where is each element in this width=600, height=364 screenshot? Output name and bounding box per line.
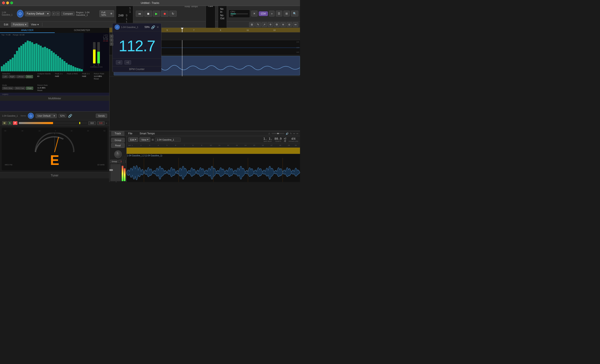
group-button[interactable]: Group bbox=[111, 138, 125, 143]
mode-rms-fast[interactable]: RMS Fast bbox=[14, 87, 25, 90]
bpm-value: 112.7 bbox=[112, 31, 161, 58]
tuner-preset-dropdown[interactable]: User Default ▾ bbox=[36, 114, 57, 118]
warning-icon: ⚠ bbox=[268, 132, 270, 135]
level-group: Peak & RMS bbox=[67, 73, 78, 80]
bpm-power-button[interactable]: ⏻ bbox=[115, 28, 120, 30]
settings-button[interactable]: ✕ bbox=[251, 11, 257, 17]
det-left[interactable]: Left bbox=[2, 75, 8, 78]
compare-button[interactable]: Compare bbox=[61, 11, 75, 16]
bottom-edit-btn[interactable]: Edit ▾ bbox=[128, 137, 138, 142]
tuner-pct[interactable]: 52% bbox=[59, 114, 66, 118]
br-9: 9 bbox=[201, 144, 202, 146]
tempo-playhead bbox=[182, 40, 182, 55]
rewind-button[interactable]: ⏮ bbox=[136, 11, 143, 17]
spec-bar bbox=[66, 63, 67, 71]
menu-view-label: View bbox=[31, 23, 37, 26]
legacy-label: Legacy bbox=[0, 93, 109, 96]
read-button[interactable]: Read bbox=[111, 143, 125, 148]
bpm-mult: ÷2 ×2 bbox=[112, 58, 161, 66]
snap-icon[interactable]: ⊞ bbox=[152, 138, 154, 141]
minimize-button[interactable]: – bbox=[6, 1, 9, 4]
ruler-11: 11 bbox=[247, 29, 249, 31]
tool-crosshair[interactable]: ✛ bbox=[268, 22, 273, 27]
reset-right-label: Reset bbox=[38, 89, 48, 91]
lufs-label: LUFS bbox=[85, 34, 108, 36]
tuner-link[interactable]: 🔗 bbox=[68, 114, 72, 118]
bpm-close-button[interactable]: ✕ bbox=[157, 28, 159, 29]
bpm-div2[interactable]: ÷2 bbox=[116, 60, 122, 64]
spec-bar bbox=[14, 54, 16, 71]
pan-knob[interactable] bbox=[114, 150, 122, 158]
nav-forward[interactable]: › bbox=[56, 11, 60, 16]
mm-detection: Detection Left Right LRmax Mono Analyzer… bbox=[0, 71, 109, 93]
tool-link[interactable]: ⇔ bbox=[293, 22, 298, 27]
tool-edit[interactable]: ✎ bbox=[255, 22, 261, 27]
record-enable-button[interactable]: P bbox=[13, 121, 18, 125]
browser-button[interactable]: ⊞ bbox=[283, 11, 290, 17]
hd-label: HD bbox=[231, 15, 233, 17]
power-button[interactable]: ⏻ bbox=[17, 10, 24, 18]
menu-view[interactable]: View ▾ bbox=[29, 22, 41, 27]
nav-back[interactable]: ‹ bbox=[52, 11, 56, 16]
return-group: Return Rate 11.8 dB/s Reset bbox=[94, 73, 104, 80]
progress-handle bbox=[277, 133, 279, 134]
user-badge[interactable]: i234 bbox=[259, 11, 268, 16]
menu-edit[interactable]: Edit bbox=[2, 22, 10, 27]
list-button[interactable]: ☰ bbox=[276, 11, 282, 17]
loop-button[interactable]: ↻ bbox=[169, 11, 177, 17]
tool-select[interactable]: ↗ bbox=[262, 22, 267, 27]
menu-functions[interactable]: Functions ▾ bbox=[11, 22, 28, 27]
gain-right: 0.0 bbox=[97, 121, 104, 125]
maximize-button[interactable]: + bbox=[10, 1, 13, 4]
record-button[interactable]: ⏺ bbox=[161, 11, 169, 17]
mode-rms-slow[interactable]: RMS Slow bbox=[2, 87, 14, 90]
view-arrow: ▾ bbox=[147, 138, 148, 141]
sends-tab[interactable]: Sends bbox=[96, 114, 107, 118]
tempo-display-bottom: 80.9 TEMPO bbox=[275, 137, 282, 142]
tool-waveform[interactable]: ≋ bbox=[280, 22, 286, 27]
tool-settings[interactable]: ⚙ bbox=[274, 22, 280, 27]
add-track-3[interactable]: + bbox=[110, 42, 113, 46]
return-right-value: 11.8 dB/s bbox=[38, 87, 48, 89]
spec-bar bbox=[79, 69, 81, 71]
mm-tab-goniometer[interactable]: GONIOMETER bbox=[55, 28, 110, 33]
close-button[interactable]: × bbox=[2, 1, 5, 4]
zoom-control[interactable]: Full: 50% ⊕ bbox=[99, 10, 114, 17]
transport-mini-info: ⚠ 🔊 ↻ ⇔ ⇔ bbox=[268, 132, 298, 135]
scale-10: 10 bbox=[71, 130, 73, 132]
bpm-link-icon[interactable]: 🔗 bbox=[151, 28, 155, 29]
level-fill bbox=[19, 122, 53, 124]
tab-track[interactable]: Track bbox=[111, 131, 124, 136]
preset-dropdown[interactable]: Factory Default ▾ bbox=[25, 11, 50, 16]
tool-zoom[interactable]: ⊜ bbox=[287, 22, 292, 27]
mm-tab-analyzer[interactable]: ANALYZER bbox=[0, 28, 55, 33]
spectrum-bars bbox=[0, 37, 84, 71]
bottom-view-btn[interactable]: View ▾ bbox=[140, 137, 150, 142]
bottom-tabs: Track File Smart Tempo ⚠ 🔊 ↻ ⇔ ⇔ bbox=[110, 131, 300, 136]
bands-label: Analyzer Bands bbox=[37, 73, 51, 75]
search-button[interactable]: 🔍 bbox=[291, 11, 298, 17]
spec-bar bbox=[53, 53, 55, 71]
bpm-header: ⏻ 1-04 Gasoline_1 59% 🔗 ✕ bbox=[112, 28, 161, 31]
br-3: 3 bbox=[149, 144, 150, 146]
add-track-1[interactable]: + bbox=[110, 35, 113, 38]
tab-smart-tempo[interactable]: Smart Tempo bbox=[136, 131, 158, 136]
mute-button[interactable]: M bbox=[2, 121, 7, 125]
expand-button[interactable]: » bbox=[269, 11, 275, 17]
tab-file[interactable]: File bbox=[125, 131, 136, 136]
mode-peak[interactable]: Peak bbox=[26, 87, 33, 90]
play-button[interactable]: ▶ bbox=[153, 11, 160, 17]
fader-handle[interactable] bbox=[110, 169, 113, 171]
add-track-2[interactable]: + bbox=[110, 38, 113, 42]
solo-button[interactable]: S bbox=[8, 121, 12, 125]
det-lrmax[interactable]: LRmax bbox=[16, 75, 25, 78]
det-right[interactable]: Right bbox=[9, 75, 16, 78]
return-right-group: Return Rate 11.8 dB/s Reset bbox=[38, 84, 48, 91]
stop-button[interactable]: ⏹ bbox=[144, 11, 152, 17]
tuner-power-button[interactable]: ⏻ bbox=[28, 113, 34, 119]
det-mono[interactable]: Mono bbox=[26, 75, 33, 78]
tool-snap[interactable]: ⊞ bbox=[249, 22, 255, 27]
bpm-mult2[interactable]: ×2 bbox=[124, 60, 131, 64]
spec-bar bbox=[68, 64, 70, 71]
bpm-footer: BPM Counter bbox=[112, 66, 161, 72]
